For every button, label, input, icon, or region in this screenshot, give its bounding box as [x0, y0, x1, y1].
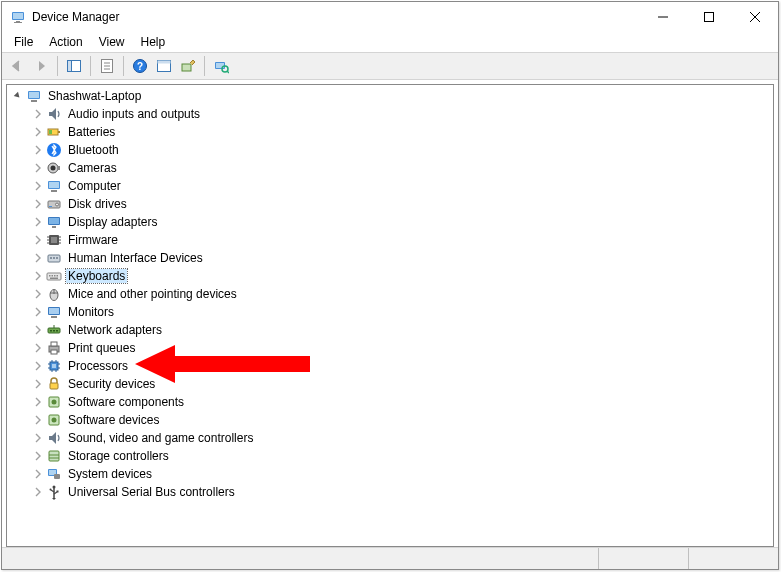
collapse-icon[interactable]: [11, 89, 25, 103]
expand-icon[interactable]: [31, 233, 45, 247]
tree-item-camera[interactable]: Cameras: [7, 159, 773, 177]
expand-icon[interactable]: [31, 431, 45, 445]
expand-icon[interactable]: [31, 485, 45, 499]
minimize-button[interactable]: [640, 2, 686, 32]
camera-icon: [46, 160, 62, 176]
menu-action[interactable]: Action: [41, 33, 90, 51]
svg-point-85: [52, 418, 57, 423]
toolbar: ?: [2, 52, 778, 80]
tree-item-battery[interactable]: Batteries: [7, 123, 773, 141]
menubar: File Action View Help: [2, 32, 778, 52]
properties-button[interactable]: [96, 55, 118, 77]
svg-text:?: ?: [137, 61, 143, 72]
tree-item-printer[interactable]: Print queues: [7, 339, 773, 357]
expand-icon[interactable]: [31, 359, 45, 373]
menu-file[interactable]: File: [6, 33, 41, 51]
expand-icon[interactable]: [31, 251, 45, 265]
tree-item-label: Processors: [66, 359, 130, 373]
tree-item-system[interactable]: System devices: [7, 465, 773, 483]
scan-hardware-button[interactable]: [210, 55, 232, 77]
svg-rect-65: [53, 330, 55, 332]
svg-point-28: [51, 166, 56, 171]
expand-icon[interactable]: [31, 269, 45, 283]
expand-icon[interactable]: [31, 197, 45, 211]
tree-item-monitor[interactable]: Monitors: [7, 303, 773, 321]
tree-item-storage[interactable]: Storage controllers: [7, 447, 773, 465]
expand-icon[interactable]: [31, 215, 45, 229]
svg-rect-35: [49, 206, 52, 207]
tree-root-computer[interactable]: Shashwat-Laptop: [7, 87, 773, 105]
svg-rect-25: [49, 130, 52, 134]
expand-icon[interactable]: [31, 107, 45, 121]
svg-point-49: [53, 257, 55, 259]
expand-icon[interactable]: [31, 323, 45, 337]
tree-item-usb[interactable]: Universal Serial Bus controllers: [7, 483, 773, 501]
help-button[interactable]: ?: [129, 55, 151, 77]
tree-item-audio[interactable]: Audio inputs and outputs: [7, 105, 773, 123]
status-cell: [2, 548, 598, 569]
svg-rect-3: [14, 22, 22, 23]
menu-view[interactable]: View: [91, 33, 133, 51]
svg-rect-4: [705, 13, 714, 22]
tree-item-processor[interactable]: Processors: [7, 357, 773, 375]
update-driver-button[interactable]: [177, 55, 199, 77]
tree-item-label: Batteries: [66, 125, 117, 139]
tree-item-label: Security devices: [66, 377, 157, 391]
tree-item-audio[interactable]: Sound, video and game controllers: [7, 429, 773, 447]
expand-icon[interactable]: [31, 395, 45, 409]
computer-icon: [46, 178, 62, 194]
tree-item-software[interactable]: Software devices: [7, 411, 773, 429]
expand-icon[interactable]: [31, 377, 45, 391]
computer-icon: [26, 88, 42, 104]
tree-item-network[interactable]: Network adapters: [7, 321, 773, 339]
tree-item-security[interactable]: Security devices: [7, 375, 773, 393]
tree-item-hid[interactable]: Human Interface Devices: [7, 249, 773, 267]
svg-rect-21: [29, 92, 39, 98]
tree-item-label: Software devices: [66, 413, 161, 427]
separator: [90, 56, 91, 76]
expand-icon[interactable]: [31, 287, 45, 301]
device-manager-window: Device Manager File Action View Help ?: [1, 1, 779, 570]
bluetooth-icon: [46, 142, 62, 158]
tree-item-label: Cameras: [66, 161, 119, 175]
hid-icon: [46, 250, 62, 266]
expand-icon[interactable]: [31, 305, 45, 319]
tree-item-disk[interactable]: Disk drives: [7, 195, 773, 213]
expand-icon[interactable]: [31, 341, 45, 355]
expand-icon[interactable]: [31, 467, 45, 481]
content-body: Shashwat-Laptop Audio inputs and outputs…: [2, 80, 778, 547]
show-hide-console-tree-button[interactable]: [63, 55, 85, 77]
tree-item-software[interactable]: Software components: [7, 393, 773, 411]
network-icon: [46, 322, 62, 338]
expand-icon[interactable]: [31, 161, 45, 175]
tree-item-computer[interactable]: Computer: [7, 177, 773, 195]
close-button[interactable]: [732, 2, 778, 32]
tree-item-mouse[interactable]: Mice and other pointing devices: [7, 285, 773, 303]
expand-icon[interactable]: [31, 143, 45, 157]
svg-rect-70: [51, 350, 57, 354]
maximize-button[interactable]: [686, 2, 732, 32]
disk-icon: [46, 196, 62, 212]
tree-item-bluetooth[interactable]: Bluetooth: [7, 141, 773, 159]
expand-icon[interactable]: [31, 449, 45, 463]
svg-rect-69: [51, 342, 57, 346]
tree-item-firmware[interactable]: Firmware: [7, 231, 773, 249]
titlebar: Device Manager: [2, 2, 778, 32]
expand-icon[interactable]: [31, 413, 45, 427]
expand-icon[interactable]: [31, 125, 45, 139]
action-button[interactable]: [153, 55, 175, 77]
tree-item-label: Audio inputs and outputs: [66, 107, 202, 121]
svg-rect-56: [50, 278, 58, 280]
tree-item-keyboard[interactable]: Keyboards: [7, 267, 773, 285]
window-title: Device Manager: [32, 10, 640, 24]
monitor-icon: [46, 304, 62, 320]
menu-help[interactable]: Help: [133, 33, 174, 51]
svg-rect-6: [68, 61, 72, 72]
back-button: [6, 55, 28, 77]
mouse-icon: [46, 286, 62, 302]
expand-icon[interactable]: [31, 179, 45, 193]
device-tree[interactable]: Shashwat-Laptop Audio inputs and outputs…: [6, 84, 774, 547]
svg-rect-52: [49, 275, 51, 277]
svg-rect-1: [13, 13, 23, 19]
tree-item-display[interactable]: Display adapters: [7, 213, 773, 231]
